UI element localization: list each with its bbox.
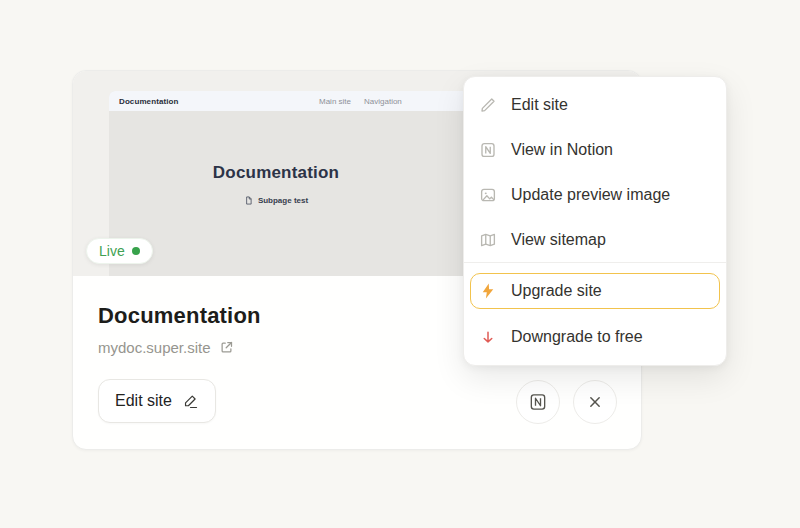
menu-item-label: View sitemap [511, 231, 606, 249]
close-icon [585, 392, 605, 412]
live-status-label: Live [99, 243, 125, 259]
menu-divider [464, 262, 726, 263]
menu-item-downgrade-to-free[interactable]: Downgrade to free [464, 314, 726, 359]
site-url-text: mydoc.super.site [98, 339, 211, 356]
live-dot-icon [132, 247, 140, 255]
image-icon [479, 186, 497, 204]
preview-nav-link-navigation: Navigation [364, 97, 402, 106]
external-link-icon [219, 340, 234, 355]
menu-item-label: Edit site [511, 96, 568, 114]
menu-item-label: View in Notion [511, 141, 613, 159]
arrow-down-icon [479, 328, 497, 346]
document-icon [244, 196, 253, 205]
lightning-icon [479, 282, 497, 300]
preview-subpage-label: Subpage test [258, 196, 308, 205]
notion-logo-icon [528, 392, 548, 412]
menu-item-view-sitemap[interactable]: View sitemap [464, 217, 726, 262]
pencil-icon [479, 96, 497, 114]
menu-item-label: Update preview image [511, 186, 670, 204]
map-icon [479, 231, 497, 249]
menu-item-update-preview-image[interactable]: Update preview image [464, 172, 726, 217]
menu-item-edit-site[interactable]: Edit site [464, 82, 726, 127]
preview-nav-link-main-site: Main site [319, 97, 351, 106]
preview-subpage-row: Subpage test [109, 196, 443, 205]
live-status-badge: Live [86, 238, 153, 264]
menu-item-label: Downgrade to free [511, 328, 643, 346]
site-actions-menu: Edit site View in Notion Update preview … [463, 76, 727, 366]
menu-item-label: Upgrade site [511, 282, 602, 300]
notion-icon [479, 141, 497, 159]
menu-item-view-in-notion[interactable]: View in Notion [464, 127, 726, 172]
menu-item-upgrade-site[interactable]: Upgrade site [470, 273, 720, 309]
site-url-link[interactable]: mydoc.super.site [98, 339, 234, 356]
close-button[interactable] [573, 380, 617, 424]
edit-site-button-label: Edit site [115, 392, 172, 410]
notion-button[interactable] [516, 380, 560, 424]
site-title: Documentation [98, 303, 261, 329]
edit-site-button[interactable]: Edit site [98, 379, 216, 423]
preview-hero-title: Documentation [109, 163, 443, 183]
preview-nav-brand: Documentation [119, 97, 179, 106]
pencil-line-icon [182, 393, 199, 410]
preview-hero: Documentation Subpage test [109, 163, 443, 205]
